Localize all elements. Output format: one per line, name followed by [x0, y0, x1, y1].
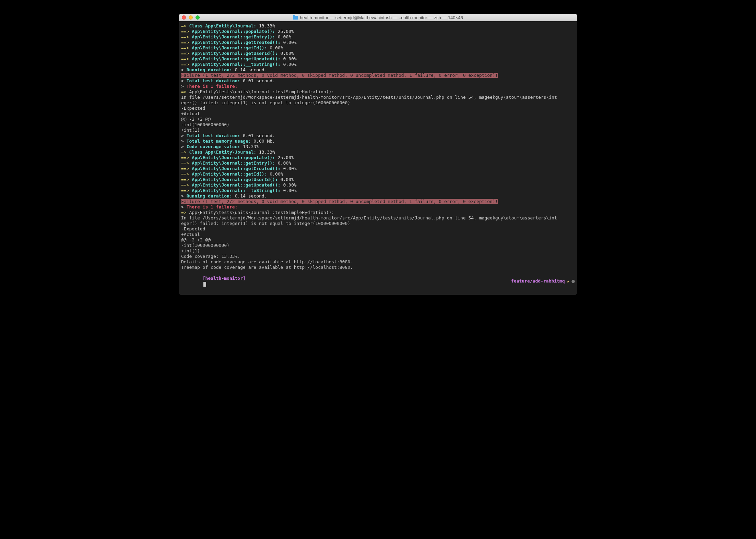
star-icon: ★: [567, 278, 570, 284]
titlebar[interactable]: health-monitor — settermjd@Matthewacinto…: [179, 14, 577, 21]
diff-line: +int(1): [181, 248, 575, 254]
maximize-button[interactable]: [196, 15, 200, 20]
failing-test: => App\Entity\tests\units\Journal::testS…: [181, 210, 575, 215]
prompt-path: [health-monitor]: [203, 276, 246, 281]
coverage-method-line: ==> App\Entity\Journal::__toString(): 0.…: [181, 62, 575, 67]
git-status: feature/add-rabbitmq ★ ●: [511, 278, 575, 284]
cursor-icon: [203, 282, 206, 287]
coverage-value: > Code coverage value: 13.33%: [181, 144, 575, 149]
coverage-method-line: ==> App\Entity\Journal::getCreated(): 0.…: [181, 166, 575, 171]
total-memory-usage: > Total test memory usage: 0.00 Mb.: [181, 139, 575, 144]
failing-test: => App\Entity\tests\units\Journal::testS…: [181, 89, 575, 95]
coverage-summary: Code coverage: 13.33%.: [181, 254, 575, 259]
diff-line: @@ -2 +2 @@: [181, 237, 575, 243]
shell-prompt[interactable]: [health-monitor] feature/add-rabbitmq ★ …: [181, 270, 575, 292]
error-detail: In file /Users/settermjd/Workspace/sette…: [181, 95, 575, 100]
failure-count: > There is 1 failure:: [181, 204, 575, 210]
terminal-window: health-monitor — settermjd@Matthewacinto…: [179, 14, 577, 295]
coverage-class-line: => Class App\Entity\Journal: 13.33%: [181, 149, 575, 155]
diff-line: +Actual: [181, 111, 575, 117]
close-button[interactable]: [182, 15, 186, 20]
failure-count: > There is 1 failure:: [181, 84, 575, 89]
coverage-method-line: ==> App\Entity\Journal::getEntry(): 0.00…: [181, 34, 575, 40]
total-test-duration: > Total test duration: 0.01 second.: [181, 78, 575, 84]
diff-line: @@ -2 +2 @@: [181, 117, 575, 122]
coverage-method-line: ==> App\Entity\Journal::getId(): 0.00%: [181, 171, 575, 177]
failure-summary-bar: Failure (1 test, 2/2 methods, 0 void met…: [181, 199, 575, 204]
git-branch: feature/add-rabbitmq: [511, 278, 565, 284]
coverage-class-line: => Class App\Entity\Journal: 13.33%: [181, 23, 575, 29]
coverage-method-line: ==> App\Entity\Journal::getUpdated(): 0.…: [181, 56, 575, 62]
coverage-method-line: ==> App\Entity\Journal::populate(): 25.0…: [181, 155, 575, 160]
diff-line: +Actual: [181, 232, 575, 237]
coverage-method-line: ==> App\Entity\Journal::getUserId(): 0.0…: [181, 51, 575, 56]
diff-line: -Expected: [181, 226, 575, 232]
coverage-method-line: ==> App\Entity\Journal::getUserId(): 0.0…: [181, 177, 575, 182]
total-test-duration: > Total test duration: 0.01 second.: [181, 133, 575, 139]
coverage-method-line: ==> App\Entity\Journal::getEntry(): 0.00…: [181, 160, 575, 166]
running-duration: > Running duration: 0.14 second.: [181, 67, 575, 73]
coverage-method-line: ==> App\Entity\Journal::getUpdated(): 0.…: [181, 182, 575, 188]
error-detail: In file /Users/settermjd/Workspace/sette…: [181, 215, 575, 221]
coverage-method-line: ==> App\Entity\Journal::__toString(): 0.…: [181, 188, 575, 193]
minimize-button[interactable]: [189, 15, 193, 20]
running-duration: > Running duration: 0.14 second.: [181, 193, 575, 199]
dot-icon: ●: [571, 279, 575, 283]
diff-line: -Expected: [181, 106, 575, 111]
folder-icon: [293, 16, 298, 20]
window-title-text: health-monitor — settermjd@Matthewacinto…: [300, 15, 463, 20]
error-detail: eger() failed: integer(1) is not equal t…: [181, 221, 575, 226]
coverage-method-line: ==> App\Entity\Journal::getId(): 0.00%: [181, 45, 575, 51]
traffic-lights: [182, 15, 200, 20]
coverage-method-line: ==> App\Entity\Journal::populate(): 25.0…: [181, 29, 575, 34]
diff-line: -int(100000000000): [181, 243, 575, 248]
coverage-treemap-url: Treemap of code coverage are available a…: [181, 265, 575, 270]
coverage-details-url: Details of code coverage are available a…: [181, 259, 575, 265]
terminal-content[interactable]: => Class App\Entity\Journal: 13.33% ==> …: [179, 21, 577, 295]
error-detail: eger() failed: integer(1) is not equal t…: [181, 100, 575, 106]
diff-line: +int(1): [181, 128, 575, 133]
coverage-method-line: ==> App\Entity\Journal::getCreated(): 0.…: [181, 40, 575, 45]
window-title: health-monitor — settermjd@Matthewacinto…: [293, 15, 463, 20]
diff-line: -int(100000000000): [181, 122, 575, 128]
failure-summary-bar: Failure (1 test, 2/2 methods, 0 void met…: [181, 73, 575, 78]
